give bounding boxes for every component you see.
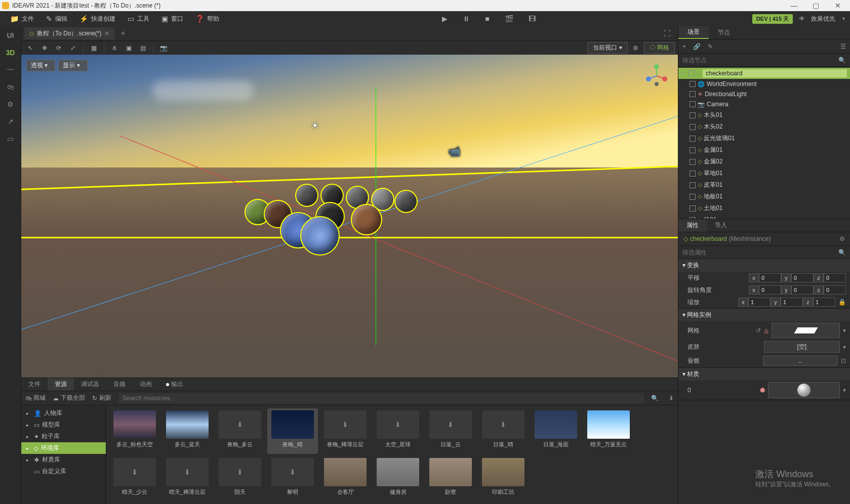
- lock-icon[interactable]: 🔒: [838, 299, 846, 306]
- asset-item[interactable]: ⬇日落_云: [425, 408, 476, 454]
- bottom-tab-0[interactable]: 文件: [21, 378, 48, 391]
- scale-z[interactable]: [813, 298, 835, 307]
- menu-帮助[interactable]: ❓帮助: [189, 15, 225, 23]
- close-icon[interactable]: ✕: [828, 2, 848, 10]
- tab-properties[interactable]: 属性: [678, 219, 707, 232]
- add-node-icon[interactable]: +: [682, 43, 686, 50]
- reset-icon[interactable]: ↺: [756, 327, 761, 334]
- section-material[interactable]: ▾ 材质: [678, 368, 850, 381]
- menu-窗口[interactable]: ▣窗口: [155, 15, 189, 23]
- play-icon[interactable]: ▶: [442, 15, 448, 23]
- resource-category[interactable]: ▸❖材质库: [21, 454, 106, 466]
- leftbar-export-icon[interactable]: ↗: [8, 117, 14, 125]
- tab-import[interactable]: 导入: [707, 219, 735, 232]
- asset-item[interactable]: 卧室: [425, 456, 476, 501]
- select-tool-icon[interactable]: ↖: [24, 43, 36, 54]
- asset-item[interactable]: 日落_海面: [531, 408, 581, 454]
- asset-item[interactable]: 晴天_万里无云: [583, 408, 634, 454]
- scene-node[interactable]: 🌐WorldEnvironment: [678, 79, 850, 89]
- dropdown-icon[interactable]: ▾: [843, 327, 846, 334]
- refresh-button[interactable]: ↻ 刷新: [92, 394, 111, 402]
- leftbar-device-icon[interactable]: ▭: [7, 135, 14, 143]
- material-spheres[interactable]: [245, 184, 407, 255]
- add-tab-icon[interactable]: +: [120, 29, 125, 38]
- scene-node[interactable]: ◇草地01: [678, 167, 850, 179]
- asset-item[interactable]: ⬇夜晚_多云: [215, 408, 265, 454]
- leftbar-ui[interactable]: UI: [7, 31, 14, 39]
- scene-alt-icon[interactable]: 🎞: [529, 15, 536, 23]
- tab-scene[interactable]: 场景: [678, 26, 709, 39]
- menu-icon[interactable]: ☰: [840, 43, 846, 50]
- rotate-tool-icon[interactable]: ⟳: [53, 43, 65, 54]
- translate-x[interactable]: [759, 273, 781, 282]
- resource-category[interactable]: ▭自定义库: [21, 466, 106, 477]
- download-icon[interactable]: ⬇: [669, 395, 674, 402]
- dropdown-icon[interactable]: ▼: [841, 16, 846, 21]
- menu-工具[interactable]: ▭工具: [122, 15, 155, 23]
- orientation-gizmo[interactable]: [644, 64, 669, 88]
- maximize-icon[interactable]: ▢: [806, 2, 826, 10]
- projection-dropdown[interactable]: 透视 ▾: [26, 60, 55, 71]
- asset-item[interactable]: ⬇夜晚_稀薄云层: [320, 408, 371, 454]
- grid-toggle[interactable]: ◇ 网格: [644, 42, 675, 54]
- rotate-y[interactable]: [791, 285, 814, 295]
- menu-编辑[interactable]: ✎编辑: [40, 15, 73, 23]
- move-tool-icon[interactable]: ✥: [38, 43, 51, 54]
- dropdown-icon[interactable]: ▾: [843, 387, 846, 394]
- asset-item[interactable]: 夜晚_晴: [267, 408, 318, 454]
- scene-node[interactable]: ◇金属02: [678, 156, 850, 167]
- bottom-tab-3[interactable]: 音频: [106, 378, 133, 391]
- dropdown-icon[interactable]: ▾: [843, 344, 846, 351]
- resource-search-input[interactable]: [118, 393, 644, 403]
- visibility-icon[interactable]: 👁: [799, 15, 805, 22]
- resource-category[interactable]: ▸◇环境库: [21, 442, 106, 454]
- assign-icon[interactable]: ⊡: [841, 357, 846, 364]
- menu-快速创建[interactable]: ⚡快速创建: [73, 15, 122, 23]
- group-icon[interactable]: ▣: [123, 43, 135, 54]
- scene-node[interactable]: ◇木头01: [678, 109, 850, 121]
- ungroup-icon[interactable]: ▤: [137, 43, 149, 54]
- close-tab-icon[interactable]: ✕: [104, 30, 109, 37]
- resource-category[interactable]: ▸✦粒子库: [21, 431, 106, 442]
- scene-node[interactable]: 📷Camera: [678, 99, 850, 109]
- scene-node[interactable]: ◇木头02: [678, 121, 850, 133]
- property-search-input[interactable]: [682, 249, 838, 256]
- asset-item[interactable]: 会客厅: [320, 456, 371, 501]
- scene-node[interactable]: ◇反光玻璃01: [678, 133, 850, 144]
- viewport-select-dropdown[interactable]: 当前视口 ▾: [587, 42, 627, 54]
- asset-item[interactable]: 多云_蓝天: [162, 408, 213, 454]
- inspector-settings-icon[interactable]: ⚙: [839, 235, 845, 242]
- bottom-tab-4[interactable]: 动画: [133, 378, 159, 391]
- resource-category[interactable]: ▸👤人物库: [21, 407, 106, 419]
- translate-y[interactable]: [791, 273, 814, 282]
- scene-node[interactable]: ◇土地01: [678, 202, 850, 214]
- leftbar-3d[interactable]: 3D: [6, 49, 15, 57]
- shop-button[interactable]: 🛍 商城: [25, 394, 46, 402]
- scene-node[interactable]: ◇皮革01: [678, 179, 850, 191]
- script-icon[interactable]: ✎: [708, 43, 713, 50]
- snap-icon[interactable]: ▦: [88, 43, 100, 54]
- menu-文件[interactable]: 📁文件: [4, 15, 40, 23]
- skin-field[interactable]: [空]: [764, 341, 840, 353]
- scene-node[interactable]: ◇地板01: [678, 191, 850, 202]
- section-transform[interactable]: ▾ 变换: [678, 259, 850, 272]
- asset-item[interactable]: 健身房: [373, 456, 423, 501]
- viewport-3d[interactable]: 透视 ▾ 显示 ▾ ☀ 📹: [21, 55, 678, 377]
- scene-play-icon[interactable]: 🎬: [505, 15, 513, 23]
- leftbar-curve-icon[interactable]: 〰: [7, 66, 14, 74]
- scene-root[interactable]: ▾◇checkerboard: [678, 68, 850, 79]
- asset-item[interactable]: ⬇晴天_稀薄云层: [162, 456, 213, 501]
- asset-item[interactable]: ⬇日落_晴: [478, 408, 529, 454]
- viewport-settings-icon[interactable]: ⚙: [630, 43, 642, 54]
- scene-node[interactable]: ◇砖01: [678, 214, 850, 219]
- bottom-tab-2[interactable]: 调试器: [74, 378, 106, 391]
- search-icon[interactable]: 🔍: [838, 249, 846, 256]
- asset-item[interactable]: 多云_粉色天空: [109, 408, 160, 454]
- scene-node[interactable]: ☀DirectionalLight: [678, 89, 850, 99]
- leftbar-settings-icon[interactable]: ⚙: [7, 100, 14, 108]
- mesh-field[interactable]: [772, 323, 840, 338]
- search-icon[interactable]: 🔍: [651, 395, 659, 402]
- skeleton-field[interactable]: ..: [763, 356, 838, 366]
- camera-icon[interactable]: 📷: [157, 43, 170, 54]
- tab-node[interactable]: 节点: [709, 26, 739, 39]
